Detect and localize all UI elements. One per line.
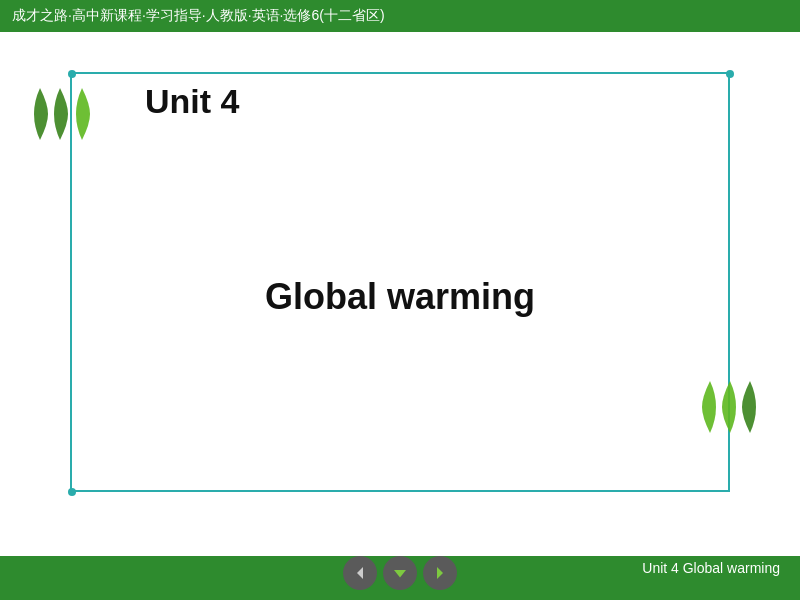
prev-button[interactable]	[343, 556, 377, 590]
footer-bar: Unit 4 Global warming	[0, 556, 800, 600]
next-button[interactable]	[423, 556, 457, 590]
footer-label: Unit 4 Global warming	[642, 546, 780, 590]
subtitle-area: Global warming	[70, 72, 730, 492]
nav-buttons	[343, 556, 457, 590]
down-icon	[391, 564, 409, 582]
header-title: 成才之路·高中新课程·学习指导·人教版·英语·选修6(十二省区)	[12, 7, 385, 25]
subtitle-text: Global warming	[265, 276, 535, 318]
svg-marker-2	[437, 567, 443, 579]
down-button[interactable]	[383, 556, 417, 590]
main-content: Unit 4 Global warming	[0, 32, 800, 556]
header-bar: 成才之路·高中新课程·学习指导·人教版·英语·选修6(十二省区)	[0, 0, 800, 32]
svg-marker-0	[357, 567, 363, 579]
prev-icon	[351, 564, 369, 582]
svg-marker-1	[394, 570, 406, 578]
next-icon	[431, 564, 449, 582]
